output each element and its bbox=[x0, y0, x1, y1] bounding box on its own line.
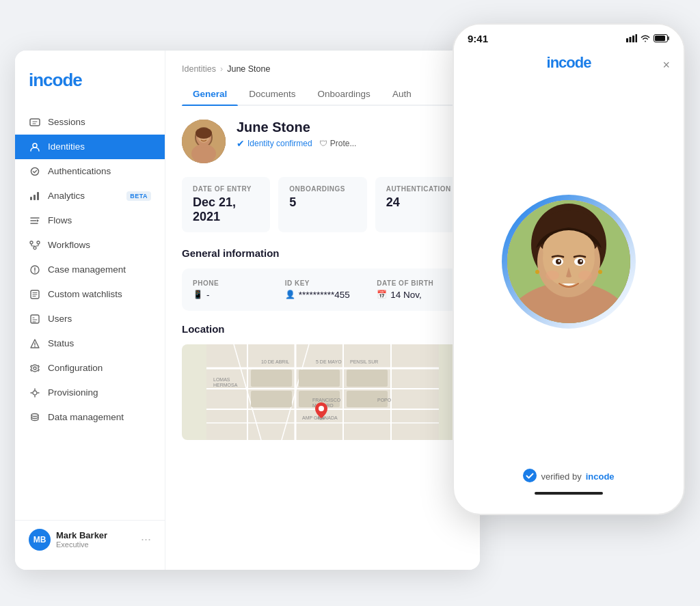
sidebar-item-identities[interactable]: Identities bbox=[15, 135, 165, 159]
sidebar-item-provisioning-label: Provisioning bbox=[48, 387, 98, 398]
sidebar-item-workflows-label: Workflows bbox=[48, 240, 90, 250]
tab-documents[interactable]: Documents bbox=[238, 83, 306, 105]
sidebar-item-case-management-label: Case management bbox=[48, 264, 126, 275]
flows-icon bbox=[29, 215, 41, 227]
svg-point-51 bbox=[319, 406, 324, 411]
sidebar-item-configuration[interactable]: Configuration bbox=[15, 356, 165, 381]
sidebar-item-provisioning[interactable]: Provisioning bbox=[15, 381, 165, 405]
analytics-beta-badge: BETA bbox=[126, 191, 151, 201]
svg-rect-36 bbox=[251, 391, 292, 407]
svg-text:LOMAS: LOMAS bbox=[213, 377, 230, 382]
svg-rect-52 bbox=[626, 38, 628, 42]
verified-text: verified by bbox=[541, 471, 581, 482]
svg-point-72 bbox=[546, 271, 559, 280]
analytics-icon bbox=[29, 190, 41, 202]
sidebar-item-analytics[interactable]: Analytics BETA bbox=[15, 184, 165, 208]
stat-label-authentication: AUTHENTICATION bbox=[386, 185, 453, 193]
stat-card-entry: DATE OF ENTRY Dec 21, 2021 bbox=[182, 177, 270, 232]
breadcrumb-parent[interactable]: Identities bbox=[182, 64, 216, 74]
profile-avatar bbox=[182, 120, 226, 163]
svg-point-7 bbox=[30, 241, 33, 244]
tabs: General Documents Onboardings Auth bbox=[182, 83, 463, 106]
sidebar-footer: MB Mark Barker Executive ··· bbox=[15, 520, 165, 559]
svg-rect-35 bbox=[251, 370, 292, 387]
sidebar-item-custom-watchlists[interactable]: Custom watchlists bbox=[15, 282, 165, 307]
sidebar-item-custom-watchlists-label: Custom watchlists bbox=[48, 289, 122, 299]
sidebar-item-data-management[interactable]: Data management bbox=[15, 405, 165, 430]
svg-point-65 bbox=[543, 230, 595, 268]
svg-point-14 bbox=[33, 391, 37, 395]
calendar-icon: 📅 bbox=[377, 290, 387, 299]
svg-point-13 bbox=[33, 367, 36, 370]
mobile-home-indicator bbox=[535, 492, 603, 495]
mobile-close-button[interactable]: × bbox=[662, 57, 670, 72]
svg-text:PENSIL SUR: PENSIL SUR bbox=[350, 359, 378, 364]
signal-icon bbox=[626, 34, 637, 42]
stat-value-entry: Dec 21, 2021 bbox=[193, 195, 259, 224]
confirmed-label: Identity confirmed bbox=[247, 139, 312, 148]
svg-rect-0 bbox=[30, 119, 40, 126]
tab-onboardings[interactable]: Onboardings bbox=[307, 83, 381, 105]
id-key-value: 👤 **********455 bbox=[285, 290, 361, 300]
sidebar-user-name: Mark Barker bbox=[56, 530, 141, 540]
svg-point-1 bbox=[33, 143, 37, 148]
tab-auth[interactable]: Auth bbox=[381, 83, 422, 105]
sidebar-item-authentications[interactable]: Authentications bbox=[15, 159, 165, 184]
sidebar-item-sessions[interactable]: Sessions bbox=[15, 110, 165, 135]
phone-text: - bbox=[206, 290, 210, 300]
stat-card-onboardings: ONBOARDINGS 5 bbox=[278, 177, 366, 232]
mobile-time: 9:41 bbox=[468, 33, 488, 44]
sidebar-user-more-button[interactable]: ··· bbox=[141, 532, 151, 547]
mobile-status-bar: 9:41 bbox=[454, 25, 684, 50]
svg-text:5 DE MAYO: 5 DE MAYO bbox=[316, 359, 342, 364]
shield-icon: 🛡 bbox=[319, 139, 327, 148]
svg-point-74 bbox=[535, 270, 539, 274]
svg-text:HERMOSA: HERMOSA bbox=[213, 383, 238, 387]
tab-general[interactable]: General bbox=[182, 83, 238, 105]
svg-point-73 bbox=[578, 271, 592, 280]
workflows-icon bbox=[29, 239, 41, 251]
sidebar-item-status-label: Status bbox=[48, 338, 74, 348]
svg-rect-3 bbox=[30, 197, 32, 200]
svg-point-23 bbox=[196, 128, 212, 139]
phone-value: 📱 - bbox=[193, 290, 269, 300]
id-key-label: ID KEY bbox=[285, 279, 361, 287]
sidebar-user-avatar: MB bbox=[29, 529, 51, 551]
svg-rect-54 bbox=[632, 36, 634, 42]
sidebar-item-identities-label: Identities bbox=[48, 141, 85, 152]
svg-rect-5 bbox=[37, 192, 39, 200]
profile-badges: ✔ Identity confirmed 🛡 Prote... bbox=[237, 138, 463, 149]
sidebar-item-flows[interactable]: Flows bbox=[15, 208, 165, 233]
sidebar-item-analytics-label: Analytics bbox=[48, 191, 85, 201]
identity-confirmed-badge: ✔ Identity confirmed bbox=[237, 138, 312, 149]
mobile-avatar-container bbox=[500, 193, 637, 330]
users-icon bbox=[29, 313, 41, 325]
svg-marker-6 bbox=[37, 219, 39, 222]
sidebar-item-case-management[interactable]: Case management bbox=[15, 258, 165, 282]
breadcrumb-current: June Stone bbox=[227, 64, 270, 74]
verified-brand: incode bbox=[586, 471, 615, 482]
dob-text: 14 Nov, bbox=[390, 290, 422, 300]
field-dob: DATE OF BIRTH 📅 14 Nov, bbox=[377, 279, 453, 300]
stat-label-entry: DATE OF ENTRY bbox=[193, 185, 259, 193]
svg-point-15 bbox=[31, 413, 38, 416]
svg-rect-57 bbox=[655, 36, 665, 41]
svg-point-70 bbox=[558, 260, 561, 262]
protected-badge: 🛡 Prote... bbox=[319, 139, 357, 148]
sidebar-item-users[interactable]: Users bbox=[15, 307, 165, 331]
svg-point-76 bbox=[523, 469, 537, 482]
svg-rect-39 bbox=[347, 370, 388, 387]
breadcrumb: Identities › June Stone bbox=[182, 64, 463, 74]
stat-card-authentication: AUTHENTICATION 24 bbox=[375, 177, 463, 232]
field-phone: PHONE 📱 - bbox=[193, 279, 269, 300]
svg-rect-4 bbox=[33, 195, 36, 200]
svg-point-9 bbox=[33, 247, 36, 249]
stat-value-onboardings: 5 bbox=[289, 195, 355, 210]
mobile-header: incode × bbox=[454, 50, 684, 80]
stats-row: DATE OF ENTRY Dec 21, 2021 ONBOARDINGS 5… bbox=[182, 177, 463, 232]
svg-point-8 bbox=[37, 241, 40, 244]
sidebar-item-workflows[interactable]: Workflows bbox=[15, 233, 165, 258]
svg-rect-53 bbox=[630, 37, 632, 42]
sidebar-item-status[interactable]: Status bbox=[15, 331, 165, 356]
svg-rect-37 bbox=[299, 370, 340, 387]
